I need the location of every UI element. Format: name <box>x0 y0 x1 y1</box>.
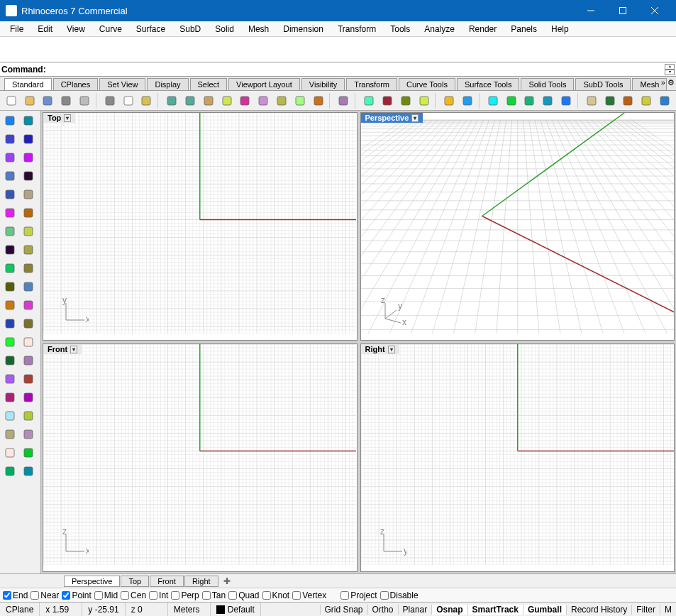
explode-tool[interactable] <box>20 260 37 277</box>
layers-button[interactable] <box>583 92 600 109</box>
tool5-tool[interactable] <box>20 389 37 406</box>
new-button[interactable] <box>3 92 20 109</box>
osnap-quad[interactable]: Quad <box>228 590 259 600</box>
menu-edit[interactable]: Edit <box>31 23 60 35</box>
osnap-end[interactable]: End <box>3 590 28 600</box>
tool1-tool[interactable] <box>20 352 37 369</box>
command-history-spinner[interactable]: ▴▾ <box>665 64 675 75</box>
osnap-mid[interactable]: Mid <box>94 590 118 600</box>
car-button[interactable] <box>360 92 377 109</box>
menu-analyze[interactable]: Analyze <box>417 23 462 35</box>
array-tool[interactable] <box>20 334 37 351</box>
menu-mesh[interactable]: Mesh <box>241 23 276 35</box>
rect-tool[interactable] <box>20 167 37 185</box>
toolbar-tab-viewport-layout[interactable]: Viewport Layout <box>228 78 300 90</box>
osnap-knot-checkbox[interactable] <box>262 591 271 600</box>
viewport-label[interactable]: Perspective▾ <box>361 113 423 123</box>
lasso-tool[interactable] <box>20 112 37 129</box>
osnap-vertex-checkbox[interactable] <box>292 591 301 600</box>
render5-button[interactable] <box>558 92 575 109</box>
status-toggle-record-history[interactable]: Record History <box>566 605 631 615</box>
menu-surface[interactable]: Surface <box>129 23 172 35</box>
cut-button[interactable] <box>101 92 118 109</box>
tool3-tool[interactable] <box>20 370 37 387</box>
grid-tool[interactable] <box>1 334 18 351</box>
osnap-disable-checkbox[interactable] <box>380 591 389 600</box>
osnap-disable[interactable]: Disable <box>380 590 419 600</box>
toolbar-tab-display[interactable]: Display <box>147 78 188 90</box>
status-toggle-ortho[interactable]: Ortho <box>367 605 398 615</box>
ucs-button[interactable] <box>397 92 414 109</box>
zoomtgt-button[interactable] <box>310 92 327 109</box>
viewport-tab-top[interactable]: Top <box>121 576 149 587</box>
menu-help[interactable]: Help <box>544 23 576 35</box>
maximize-button[interactable] <box>606 0 638 21</box>
menu-solid[interactable]: Solid <box>208 23 241 35</box>
undo-button[interactable] <box>163 92 180 109</box>
zoomwin-button[interactable] <box>255 92 272 109</box>
viewport-dropdown-icon[interactable]: ▾ <box>388 346 395 353</box>
print-button[interactable] <box>57 92 74 109</box>
toolbar-tab-select[interactable]: Select <box>190 78 228 90</box>
arrow-tool[interactable] <box>1 112 18 129</box>
tool13-tool[interactable] <box>20 463 37 480</box>
menu-curve[interactable]: Curve <box>92 23 129 35</box>
tool11-tool[interactable] <box>20 444 37 461</box>
viewport-label[interactable]: Right▾ <box>361 344 399 354</box>
tool9-tool[interactable] <box>20 426 37 443</box>
pan-button[interactable] <box>200 92 217 109</box>
sphere-tool[interactable] <box>20 223 37 240</box>
save-button[interactable] <box>40 92 57 109</box>
osnap-tan[interactable]: Tan <box>202 590 226 600</box>
pipe-tool[interactable] <box>1 241 18 258</box>
menu-panels[interactable]: Panels <box>504 23 544 35</box>
grasshopper-button[interactable] <box>638 92 655 109</box>
menu-tools[interactable]: Tools <box>383 23 417 35</box>
viewport-dropdown-icon[interactable]: ▾ <box>411 114 419 122</box>
status-layer[interactable]: Default <box>211 603 261 616</box>
status-toggle-smarttrack[interactable]: SmartTrack <box>467 605 523 615</box>
tool2-tool[interactable] <box>1 370 18 387</box>
menu-render[interactable]: Render <box>462 23 504 35</box>
viewport-top[interactable]: Top▾xy <box>43 112 358 341</box>
render1-button[interactable] <box>484 92 502 109</box>
zoomext-button[interactable] <box>237 92 254 109</box>
toolbar-tab-set-view[interactable]: Set View <box>99 78 145 90</box>
gear-tool[interactable] <box>1 260 18 277</box>
status-toggle-m[interactable]: M <box>660 605 676 615</box>
render3-button[interactable] <box>521 92 538 109</box>
bool-tool[interactable] <box>1 315 18 332</box>
viewport-front[interactable]: Front▾xz <box>43 343 358 572</box>
osnap-tan-checkbox[interactable] <box>202 591 211 600</box>
viewport-tab-right[interactable]: Right <box>184 576 218 587</box>
menu-file[interactable]: File <box>3 23 31 35</box>
align-tool[interactable] <box>20 297 37 314</box>
zoomall-button[interactable] <box>292 92 309 109</box>
osnap-point-checkbox[interactable] <box>62 591 70 600</box>
toolbar-tab-visibility[interactable]: Visibility <box>301 78 345 90</box>
osnap-perp[interactable]: Perp <box>171 590 199 600</box>
toolbar-tab-curve-tools[interactable]: Curve Tools <box>399 78 455 90</box>
rotate-button[interactable] <box>218 92 236 109</box>
viewport-dropdown-icon[interactable]: ▾ <box>70 346 77 353</box>
status-toggle-osnap[interactable]: Osnap <box>431 605 467 615</box>
tool8-tool[interactable] <box>1 426 18 443</box>
viewport-perspective[interactable]: Perspective▾xyz <box>360 112 675 341</box>
viewport-dropdown-icon[interactable]: ▾ <box>64 114 71 122</box>
light-button[interactable] <box>440 92 458 109</box>
status-toggle-filter[interactable]: Filter <box>631 605 660 615</box>
help-button[interactable] <box>656 92 673 109</box>
add-viewport-tab[interactable]: ✚ <box>219 576 235 587</box>
pt-pick-tool[interactable] <box>20 131 37 148</box>
menu-view[interactable]: View <box>60 23 92 35</box>
toolbar-tab-subd-tools[interactable]: SubD Tools <box>575 78 631 90</box>
tool4-tool[interactable] <box>1 389 18 406</box>
poly-tool[interactable] <box>1 167 18 185</box>
toolbar-tab-surface-tools[interactable]: Surface Tools <box>457 78 519 90</box>
c3pt-tool[interactable] <box>20 149 37 166</box>
paste-button[interactable] <box>138 92 155 109</box>
viewport-label[interactable]: Top▾ <box>43 113 75 123</box>
status-toggle-gumball[interactable]: Gumball <box>523 605 566 615</box>
4view-button[interactable] <box>335 92 352 109</box>
close-button[interactable] <box>638 0 670 21</box>
